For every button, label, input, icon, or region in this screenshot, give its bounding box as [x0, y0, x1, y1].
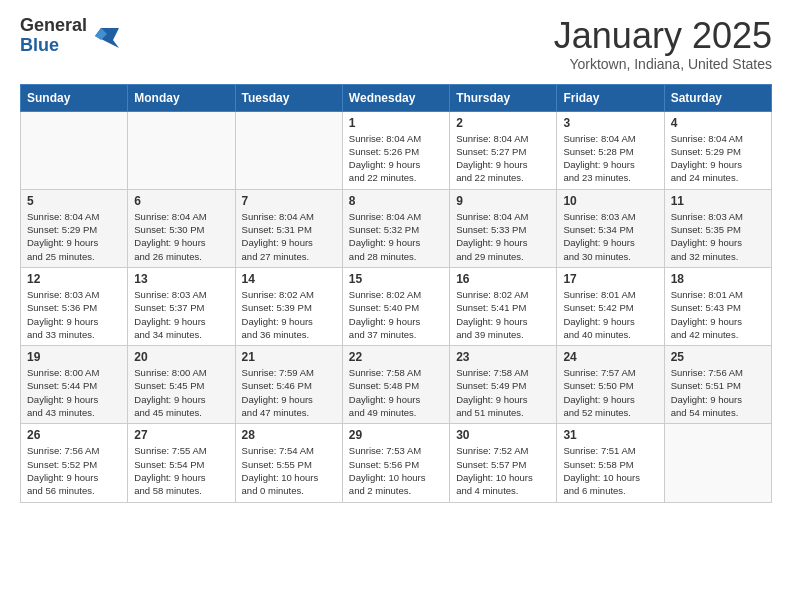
day-number: 20	[134, 350, 228, 364]
calendar-cell: 25Sunrise: 7:56 AM Sunset: 5:51 PM Dayli…	[664, 346, 771, 424]
calendar-cell: 18Sunrise: 8:01 AM Sunset: 5:43 PM Dayli…	[664, 267, 771, 345]
day-number: 25	[671, 350, 765, 364]
day-number: 19	[27, 350, 121, 364]
day-number: 6	[134, 194, 228, 208]
day-number: 14	[242, 272, 336, 286]
calendar-cell: 6Sunrise: 8:04 AM Sunset: 5:30 PM Daylig…	[128, 189, 235, 267]
day-header-saturday: Saturday	[664, 84, 771, 111]
location-subtitle: Yorktown, Indiana, United States	[554, 56, 772, 72]
calendar-cell: 7Sunrise: 8:04 AM Sunset: 5:31 PM Daylig…	[235, 189, 342, 267]
day-info: Sunrise: 7:53 AM Sunset: 5:56 PM Dayligh…	[349, 444, 443, 497]
day-info: Sunrise: 7:56 AM Sunset: 5:52 PM Dayligh…	[27, 444, 121, 497]
day-info: Sunrise: 8:02 AM Sunset: 5:40 PM Dayligh…	[349, 288, 443, 341]
calendar-cell	[235, 111, 342, 189]
month-title: January 2025	[554, 16, 772, 56]
day-number: 30	[456, 428, 550, 442]
calendar-cell: 22Sunrise: 7:58 AM Sunset: 5:48 PM Dayli…	[342, 346, 449, 424]
day-info: Sunrise: 8:04 AM Sunset: 5:29 PM Dayligh…	[671, 132, 765, 185]
calendar-cell: 15Sunrise: 8:02 AM Sunset: 5:40 PM Dayli…	[342, 267, 449, 345]
logo: General Blue	[20, 16, 123, 56]
calendar-cell	[128, 111, 235, 189]
day-number: 31	[563, 428, 657, 442]
week-row-3: 12Sunrise: 8:03 AM Sunset: 5:36 PM Dayli…	[21, 267, 772, 345]
calendar-cell: 2Sunrise: 8:04 AM Sunset: 5:27 PM Daylig…	[450, 111, 557, 189]
week-row-2: 5Sunrise: 8:04 AM Sunset: 5:29 PM Daylig…	[21, 189, 772, 267]
logo-icon	[91, 20, 123, 52]
day-info: Sunrise: 8:04 AM Sunset: 5:28 PM Dayligh…	[563, 132, 657, 185]
calendar-cell: 3Sunrise: 8:04 AM Sunset: 5:28 PM Daylig…	[557, 111, 664, 189]
day-number: 11	[671, 194, 765, 208]
day-number: 22	[349, 350, 443, 364]
calendar-cell: 28Sunrise: 7:54 AM Sunset: 5:55 PM Dayli…	[235, 424, 342, 502]
title-block: January 2025 Yorktown, Indiana, United S…	[554, 16, 772, 72]
header: General Blue January 2025 Yorktown, Indi…	[20, 16, 772, 72]
day-info: Sunrise: 8:02 AM Sunset: 5:41 PM Dayligh…	[456, 288, 550, 341]
day-info: Sunrise: 7:56 AM Sunset: 5:51 PM Dayligh…	[671, 366, 765, 419]
day-number: 9	[456, 194, 550, 208]
day-info: Sunrise: 7:55 AM Sunset: 5:54 PM Dayligh…	[134, 444, 228, 497]
day-number: 27	[134, 428, 228, 442]
day-info: Sunrise: 8:04 AM Sunset: 5:32 PM Dayligh…	[349, 210, 443, 263]
day-info: Sunrise: 8:00 AM Sunset: 5:44 PM Dayligh…	[27, 366, 121, 419]
calendar-cell: 10Sunrise: 8:03 AM Sunset: 5:34 PM Dayli…	[557, 189, 664, 267]
day-info: Sunrise: 7:59 AM Sunset: 5:46 PM Dayligh…	[242, 366, 336, 419]
day-info: Sunrise: 8:02 AM Sunset: 5:39 PM Dayligh…	[242, 288, 336, 341]
days-header-row: SundayMondayTuesdayWednesdayThursdayFrid…	[21, 84, 772, 111]
day-info: Sunrise: 7:52 AM Sunset: 5:57 PM Dayligh…	[456, 444, 550, 497]
day-number: 12	[27, 272, 121, 286]
day-header-wednesday: Wednesday	[342, 84, 449, 111]
day-info: Sunrise: 8:03 AM Sunset: 5:35 PM Dayligh…	[671, 210, 765, 263]
day-header-tuesday: Tuesday	[235, 84, 342, 111]
calendar-cell: 19Sunrise: 8:00 AM Sunset: 5:44 PM Dayli…	[21, 346, 128, 424]
calendar-cell: 13Sunrise: 8:03 AM Sunset: 5:37 PM Dayli…	[128, 267, 235, 345]
day-number: 1	[349, 116, 443, 130]
calendar-cell: 24Sunrise: 7:57 AM Sunset: 5:50 PM Dayli…	[557, 346, 664, 424]
day-info: Sunrise: 8:03 AM Sunset: 5:37 PM Dayligh…	[134, 288, 228, 341]
calendar-cell: 17Sunrise: 8:01 AM Sunset: 5:42 PM Dayli…	[557, 267, 664, 345]
day-info: Sunrise: 8:00 AM Sunset: 5:45 PM Dayligh…	[134, 366, 228, 419]
calendar-cell: 4Sunrise: 8:04 AM Sunset: 5:29 PM Daylig…	[664, 111, 771, 189]
calendar-cell: 27Sunrise: 7:55 AM Sunset: 5:54 PM Dayli…	[128, 424, 235, 502]
week-row-4: 19Sunrise: 8:00 AM Sunset: 5:44 PM Dayli…	[21, 346, 772, 424]
calendar-cell: 21Sunrise: 7:59 AM Sunset: 5:46 PM Dayli…	[235, 346, 342, 424]
day-info: Sunrise: 7:54 AM Sunset: 5:55 PM Dayligh…	[242, 444, 336, 497]
calendar-cell: 14Sunrise: 8:02 AM Sunset: 5:39 PM Dayli…	[235, 267, 342, 345]
day-number: 18	[671, 272, 765, 286]
day-info: Sunrise: 8:04 AM Sunset: 5:31 PM Dayligh…	[242, 210, 336, 263]
calendar-cell: 26Sunrise: 7:56 AM Sunset: 5:52 PM Dayli…	[21, 424, 128, 502]
day-header-monday: Monday	[128, 84, 235, 111]
day-header-friday: Friday	[557, 84, 664, 111]
day-info: Sunrise: 8:04 AM Sunset: 5:26 PM Dayligh…	[349, 132, 443, 185]
day-info: Sunrise: 8:03 AM Sunset: 5:36 PM Dayligh…	[27, 288, 121, 341]
day-number: 7	[242, 194, 336, 208]
day-number: 29	[349, 428, 443, 442]
day-info: Sunrise: 8:01 AM Sunset: 5:42 PM Dayligh…	[563, 288, 657, 341]
day-number: 8	[349, 194, 443, 208]
logo-blue-text: Blue	[20, 35, 59, 55]
calendar-cell: 1Sunrise: 8:04 AM Sunset: 5:26 PM Daylig…	[342, 111, 449, 189]
day-number: 4	[671, 116, 765, 130]
calendar-cell	[664, 424, 771, 502]
calendar-cell: 29Sunrise: 7:53 AM Sunset: 5:56 PM Dayli…	[342, 424, 449, 502]
logo-general-text: General	[20, 15, 87, 35]
page: General Blue January 2025 Yorktown, Indi…	[0, 0, 792, 523]
day-number: 17	[563, 272, 657, 286]
calendar-cell: 5Sunrise: 8:04 AM Sunset: 5:29 PM Daylig…	[21, 189, 128, 267]
calendar-cell: 30Sunrise: 7:52 AM Sunset: 5:57 PM Dayli…	[450, 424, 557, 502]
calendar-cell: 12Sunrise: 8:03 AM Sunset: 5:36 PM Dayli…	[21, 267, 128, 345]
day-number: 26	[27, 428, 121, 442]
day-info: Sunrise: 8:04 AM Sunset: 5:27 PM Dayligh…	[456, 132, 550, 185]
day-number: 15	[349, 272, 443, 286]
day-info: Sunrise: 7:58 AM Sunset: 5:49 PM Dayligh…	[456, 366, 550, 419]
calendar-cell: 9Sunrise: 8:04 AM Sunset: 5:33 PM Daylig…	[450, 189, 557, 267]
day-info: Sunrise: 8:04 AM Sunset: 5:30 PM Dayligh…	[134, 210, 228, 263]
day-number: 5	[27, 194, 121, 208]
calendar-table: SundayMondayTuesdayWednesdayThursdayFrid…	[20, 84, 772, 503]
day-info: Sunrise: 8:01 AM Sunset: 5:43 PM Dayligh…	[671, 288, 765, 341]
week-row-1: 1Sunrise: 8:04 AM Sunset: 5:26 PM Daylig…	[21, 111, 772, 189]
calendar-cell: 11Sunrise: 8:03 AM Sunset: 5:35 PM Dayli…	[664, 189, 771, 267]
day-header-thursday: Thursday	[450, 84, 557, 111]
day-info: Sunrise: 7:51 AM Sunset: 5:58 PM Dayligh…	[563, 444, 657, 497]
calendar-cell: 31Sunrise: 7:51 AM Sunset: 5:58 PM Dayli…	[557, 424, 664, 502]
day-number: 21	[242, 350, 336, 364]
